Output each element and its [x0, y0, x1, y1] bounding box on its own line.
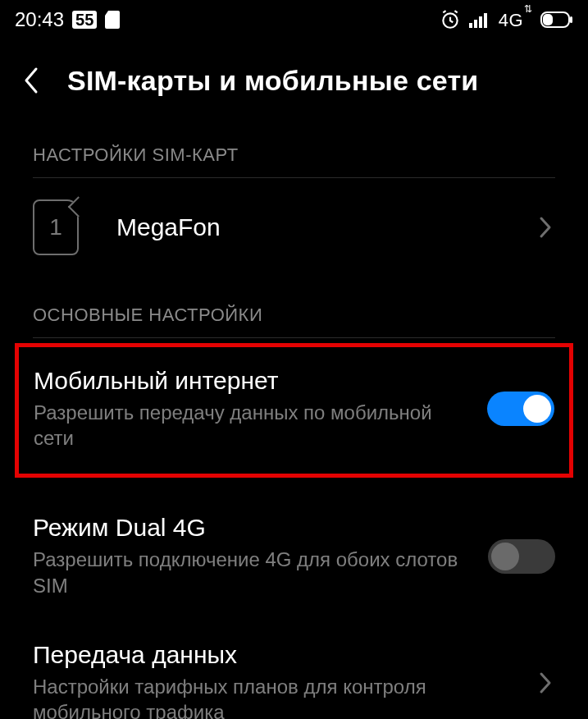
page-title: SIM-карты и мобильные сети [67, 65, 478, 97]
status-time: 20:43 [15, 8, 64, 31]
status-badge: 55 [72, 11, 97, 29]
alarm-icon [440, 9, 461, 30]
svg-rect-3 [479, 16, 482, 28]
status-bar: 20:43 55 4G⇅ [0, 0, 588, 36]
section-label-main: ОСНОВНЫЕ НАСТРОЙКИ [33, 283, 555, 338]
sim-carrier-name: MegaFon [116, 213, 501, 241]
page-header: SIM-карты и мобильные сети [0, 36, 588, 123]
network-type-label: 4G⇅ [499, 8, 532, 31]
dual-4g-row[interactable]: Режим Dual 4G Разрешить подключение 4G д… [33, 494, 555, 621]
svg-rect-7 [570, 16, 572, 23]
sim-card-icon: 1 [33, 199, 79, 255]
mobile-data-title: Мобильный интернет [34, 367, 467, 395]
chevron-right-icon [539, 216, 555, 239]
data-usage-title: Передача данных [33, 641, 519, 669]
section-label-sim: НАСТРОЙКИ SIM-КАРТ [33, 123, 555, 178]
mobile-data-highlight: Мобильный интернет Разрешить передачу да… [15, 343, 573, 478]
signal-icon [469, 11, 490, 28]
data-usage-row[interactable]: Передача данных Настройки тарифных плано… [33, 621, 555, 719]
svg-rect-6 [543, 14, 553, 25]
sim-slot-number: 1 [49, 214, 62, 240]
svg-rect-2 [474, 20, 477, 28]
data-usage-desc: Настройки тарифных планов для контроля м… [33, 674, 519, 719]
battery-icon [540, 11, 573, 28]
status-right: 4G⇅ [440, 8, 573, 31]
sim-card-row[interactable]: 1 MegaFon [33, 178, 555, 283]
svg-rect-1 [469, 23, 472, 28]
mobile-data-row[interactable]: Мобильный интернет Разрешить передачу да… [34, 347, 554, 474]
back-button[interactable] [20, 62, 43, 98]
sim-settings-section: НАСТРОЙКИ SIM-КАРТ 1 MegaFon [0, 123, 588, 283]
chevron-right-icon [539, 671, 555, 694]
network-activity-icon: ⇅ [524, 3, 532, 15]
other-settings: Режим Dual 4G Разрешить подключение 4G д… [0, 494, 588, 719]
mobile-data-toggle[interactable] [487, 392, 554, 426]
main-settings-section: ОСНОВНЫЕ НАСТРОЙКИ [0, 283, 588, 338]
dual-4g-desc: Разрешить подключение 4G для обоих слото… [33, 547, 468, 598]
svg-rect-4 [484, 13, 487, 28]
mobile-data-desc: Разрешить передачу данных по мобильной с… [34, 400, 467, 451]
status-left: 20:43 55 [15, 8, 120, 31]
mobile-data-text: Мобильный интернет Разрешить передачу да… [34, 367, 467, 451]
sd-card-icon [105, 11, 120, 29]
dual-4g-text: Режим Dual 4G Разрешить подключение 4G д… [33, 514, 468, 598]
data-usage-text: Передача данных Настройки тарифных плано… [33, 641, 519, 719]
dual-4g-title: Режим Dual 4G [33, 514, 468, 542]
dual-4g-toggle[interactable] [488, 539, 555, 574]
